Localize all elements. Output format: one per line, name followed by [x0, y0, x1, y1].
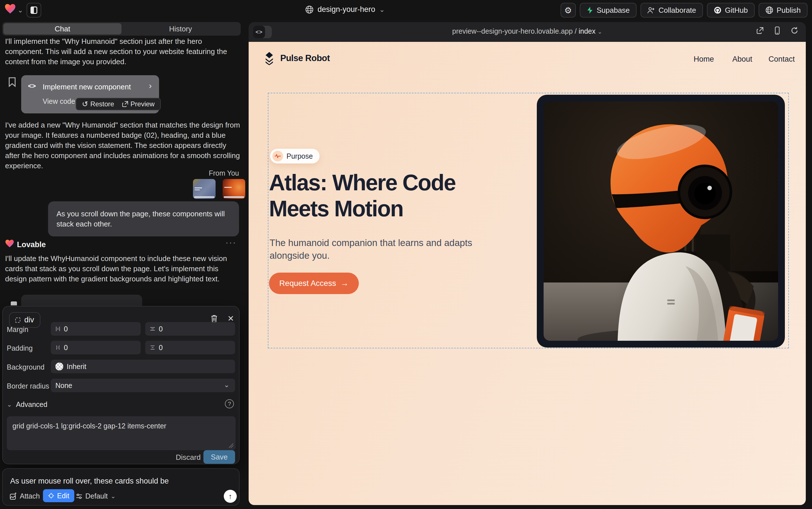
mode-selector[interactable]: Default ⌄	[76, 492, 116, 500]
view-code-link[interactable]: View code	[43, 97, 75, 105]
margin-y-input[interactable]: 0	[145, 322, 235, 336]
logo-chevron-down-icon[interactable]: ⌄	[17, 6, 23, 14]
project-name: design-your-hero	[318, 5, 375, 14]
site-brand[interactable]: Pulse Robot	[263, 52, 330, 65]
pulse-icon	[272, 151, 283, 162]
margin-x-icon	[56, 326, 61, 332]
supabase-label: Supabase	[597, 6, 630, 15]
discard-button[interactable]: Discard	[176, 453, 200, 462]
resize-handle[interactable]	[229, 443, 233, 448]
advanced-chevron-icon: ⌄	[7, 401, 12, 408]
collaborate-button[interactable]: Collaborate	[640, 3, 703, 18]
bookmark-icon[interactable]	[8, 77, 16, 87]
publish-button[interactable]: Publish	[759, 3, 808, 18]
tab-chat[interactable]: Chat	[3, 23, 121, 34]
hero-badge-label: Purpose	[287, 152, 313, 160]
preview-url: preview--design-your-hero.lovable.app	[452, 27, 573, 35]
chevron-right-icon: ›	[149, 81, 152, 91]
open-external-icon[interactable]	[756, 27, 764, 34]
user-message-bubble: As you scroll down the page, these compo…	[48, 201, 239, 236]
attach-image-icon	[10, 493, 17, 500]
advanced-toggle[interactable]: ⌄ Advanced	[7, 400, 47, 409]
selected-element-tag: div	[24, 315, 34, 324]
element-inspector-panel: div ✕ Margin 0 0 Padding 0	[2, 306, 239, 464]
margin-y-value: 0	[159, 325, 163, 333]
attachment-thumbnail-orange[interactable]	[223, 179, 245, 199]
padding-y-value: 0	[159, 344, 163, 352]
top-bar: ⌄ design-your-hero ⌄ ⚙ Supabase	[0, 0, 812, 20]
sidebar-toggle-button[interactable]	[27, 3, 41, 18]
radius-select[interactable]: None ⌄	[51, 379, 235, 392]
radius-label: Border radius	[7, 382, 49, 390]
classes-value: grid grid-cols-1 lg:grid-cols-2 gap-12 i…	[12, 422, 167, 430]
padding-y-input[interactable]: 0	[145, 341, 235, 354]
preview-label: Preview	[131, 100, 154, 108]
restore-button[interactable]: ↺ Restore	[82, 100, 114, 109]
send-button[interactable]: ↑	[224, 490, 237, 503]
margin-y-icon	[150, 326, 155, 331]
preview-url-bar[interactable]: preview--design-your-hero.lovable.app / …	[249, 27, 806, 35]
preview-pane: <> preview--design-your-hero.lovable.app…	[249, 22, 806, 505]
trash-icon[interactable]	[211, 314, 218, 323]
chat-history-tabs: Chat History	[2, 22, 241, 36]
padding-x-icon	[56, 345, 61, 350]
collaborate-icon	[647, 6, 655, 14]
mode-chevron-down-icon: ⌄	[110, 493, 116, 500]
hero-title-line2: Meets Motion	[269, 196, 455, 222]
nav-about[interactable]: About	[732, 55, 752, 64]
request-access-button[interactable]: Request Access →	[269, 273, 359, 294]
edit-mode-button[interactable]: Edit	[43, 489, 74, 502]
message-menu-button[interactable]: ···	[225, 238, 236, 247]
preview-header-actions	[756, 27, 799, 34]
preview-website: Pulse Robot Home About Contact Purpose A…	[249, 42, 806, 505]
chat-composer[interactable]: As user mouse roll over, these cards sho…	[2, 468, 239, 506]
assistant-message-3: I'll update the WhyHumanoid component to…	[5, 253, 241, 284]
publish-globe-icon	[765, 6, 773, 14]
settings-button[interactable]: ⚙	[560, 3, 576, 18]
robot-image	[544, 102, 778, 341]
publish-label: Publish	[777, 6, 801, 15]
radius-value: None	[56, 381, 72, 390]
sidebar-toggle-icon	[31, 6, 37, 14]
nav-home[interactable]: Home	[694, 55, 714, 64]
from-you-label: From You	[5, 169, 239, 177]
padding-x-value: 0	[64, 344, 68, 352]
composer-input[interactable]: As user mouse roll over, these cards sho…	[10, 477, 169, 485]
hero-title: Atlas: Where Code Meets Motion	[269, 170, 455, 222]
mobile-view-icon[interactable]	[774, 27, 781, 34]
help-icon[interactable]: ?	[225, 399, 234, 408]
assistant-name: Lovable	[17, 240, 46, 249]
attach-label: Attach	[20, 492, 40, 500]
supabase-button[interactable]: Supabase	[580, 3, 636, 18]
refresh-icon[interactable]	[790, 27, 799, 34]
partial-component-card	[11, 301, 17, 305]
classes-textarea[interactable]: grid grid-cols-1 lg:grid-cols-2 gap-12 i…	[7, 416, 236, 450]
project-selector[interactable]: design-your-hero ⌄	[305, 5, 385, 14]
edit-label: Edit	[57, 492, 69, 500]
github-button[interactable]: GitHub	[707, 3, 754, 18]
target-icon	[48, 493, 54, 499]
save-button[interactable]: Save	[204, 450, 235, 464]
radius-chevron-down-icon: ⌄	[224, 381, 229, 389]
lovable-logo-icon[interactable]	[4, 3, 16, 14]
nav-contact[interactable]: Contact	[769, 55, 795, 64]
margin-x-value: 0	[64, 325, 68, 333]
tab-history[interactable]: History	[121, 23, 239, 34]
padding-x-input[interactable]: 0	[51, 341, 141, 354]
margin-x-input[interactable]: 0	[51, 322, 141, 336]
advanced-label: Advanced	[16, 400, 47, 409]
preview-button[interactable]: Preview	[122, 100, 154, 108]
gear-icon: ⚙	[564, 5, 572, 15]
hero-title-line1: Atlas: Where Code	[269, 170, 455, 196]
layers-icon	[263, 52, 276, 65]
version-actions: ↺ Restore Preview	[76, 98, 161, 110]
attach-button[interactable]: Attach	[10, 492, 40, 500]
collaborate-label: Collaborate	[659, 6, 696, 15]
preview-header: <> preview--design-your-hero.lovable.app…	[249, 22, 806, 42]
attachment-thumbnail-blue[interactable]	[193, 179, 216, 199]
background-input[interactable]: Inherit	[51, 360, 235, 373]
brand-name: Pulse Robot	[280, 53, 330, 63]
partial-card	[21, 295, 142, 307]
restore-icon: ↺	[82, 100, 88, 109]
preview-page: index	[579, 27, 596, 35]
